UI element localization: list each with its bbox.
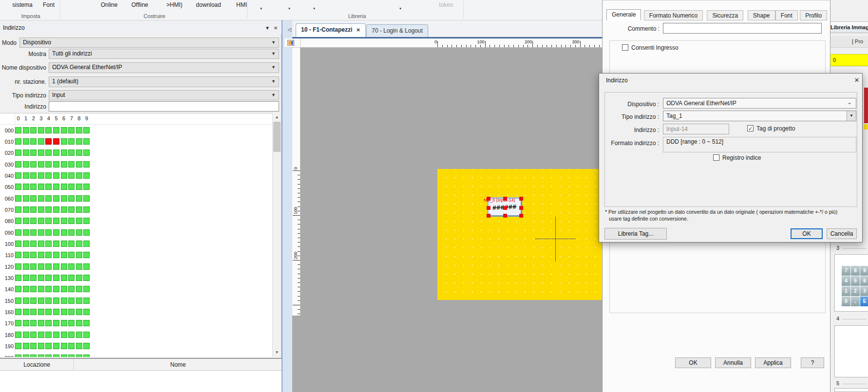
address-cell-free[interactable] (68, 149, 75, 156)
address-cell-free[interactable] (30, 206, 37, 213)
selection-handle[interactable] (487, 214, 491, 218)
indirizzo-input[interactable] (49, 101, 279, 112)
address-cell-free[interactable] (76, 138, 82, 145)
address-cell-free[interactable] (68, 309, 75, 315)
properties-tab-font[interactable]: Font (775, 10, 798, 20)
image-library-title[interactable]: Libreria Immagini (830, 21, 868, 33)
address-cell-free[interactable] (68, 343, 75, 349)
address-cell-free[interactable] (38, 355, 44, 357)
address-cell-free[interactable] (15, 320, 21, 326)
address-cell-free[interactable] (76, 332, 82, 338)
address-cell-free[interactable] (45, 286, 52, 292)
address-cell-free[interactable] (45, 332, 52, 338)
address-cell-free[interactable] (76, 275, 82, 281)
properties-tab-formato-numerico[interactable]: Formato Numerico (644, 10, 703, 20)
selection-handle[interactable] (519, 197, 523, 201)
address-cell-free[interactable] (61, 332, 67, 338)
address-cell-free[interactable] (30, 127, 37, 133)
address-cell-free[interactable] (83, 263, 90, 270)
toolbar-item-hmi-download[interactable]: >HMI) (163, 1, 186, 9)
toolbar-item-offline[interactable]: Offline (127, 1, 153, 9)
address-cell-free[interactable] (15, 309, 21, 315)
address-cell-free[interactable] (30, 343, 37, 349)
library-section-5[interactable]: 5 (836, 380, 839, 386)
address-cell-free[interactable] (30, 218, 37, 224)
address-cell-free[interactable] (15, 138, 21, 145)
numeric-display-widget[interactable]: ND_0 (Input-14) ###### (487, 197, 522, 217)
mostra-select[interactable]: Tutti gli indirizzi▼ (49, 49, 279, 59)
annulla-button[interactable]: Annulla (715, 357, 751, 368)
address-cell-free[interactable] (61, 172, 67, 179)
address-cell-free[interactable] (23, 286, 29, 292)
address-cell-free[interactable] (61, 298, 67, 304)
address-cell-free[interactable] (61, 138, 67, 145)
address-cell-free[interactable] (61, 127, 67, 133)
address-cell-free[interactable] (30, 263, 37, 270)
address-cell-free[interactable] (38, 195, 44, 202)
address-cell-free[interactable] (38, 298, 44, 304)
address-cell-free[interactable] (61, 309, 67, 315)
tab-close-icon[interactable]: ✕ (356, 27, 360, 33)
address-cell-free[interactable] (83, 195, 90, 202)
address-cell-free[interactable] (15, 275, 21, 281)
address-cell-free[interactable] (76, 355, 82, 357)
library-slot-4[interactable] (834, 325, 868, 377)
address-cell-free[interactable] (68, 127, 75, 133)
address-cell-free[interactable] (45, 229, 52, 236)
address-cell-free[interactable] (30, 195, 37, 202)
address-cell-free[interactable] (61, 218, 67, 224)
dispositivo-select[interactable]: ODVA General EtherNet/IP ⌄ (663, 98, 856, 109)
column-header-nome[interactable]: Nome (75, 359, 282, 371)
address-cell-free[interactable] (68, 355, 75, 357)
address-cell-free[interactable] (68, 229, 75, 236)
address-cell-free[interactable] (15, 355, 21, 357)
address-cell-free[interactable] (30, 286, 37, 292)
address-cell-free[interactable] (15, 286, 21, 292)
address-cell-free[interactable] (53, 184, 59, 190)
tab-f1-contapezzi[interactable]: 10 - F1-Contapezzi✕ (296, 23, 366, 37)
address-cell-free[interactable] (15, 241, 21, 247)
address-cell-free[interactable] (76, 309, 82, 315)
address-cell-free[interactable] (30, 298, 37, 304)
address-cell-free[interactable] (45, 172, 52, 179)
address-cell-free[interactable] (15, 332, 21, 338)
address-cell-free[interactable] (45, 218, 52, 224)
address-cell-free[interactable] (15, 263, 21, 270)
address-cell-free[interactable] (38, 149, 44, 156)
address-cell-free[interactable] (23, 343, 29, 349)
address-cell-free[interactable] (61, 355, 67, 357)
address-cell-free[interactable] (45, 252, 52, 258)
address-cell-free[interactable] (15, 206, 21, 213)
address-cell-free[interactable] (38, 275, 44, 281)
address-cell-free[interactable] (38, 286, 44, 292)
address-cell-free[interactable] (23, 149, 29, 156)
address-cell-free[interactable] (61, 206, 67, 213)
tag-progetto-checkbox[interactable]: ✓ (747, 125, 754, 131)
address-cell-free[interactable] (38, 229, 44, 236)
address-cell-free[interactable] (30, 252, 37, 258)
libreria-tag-button[interactable]: Libreria Tag... (604, 228, 667, 240)
address-cell-free[interactable] (53, 229, 59, 236)
address-cell-free[interactable] (83, 252, 90, 258)
address-cell-free[interactable] (68, 206, 75, 213)
address-cell-free[interactable] (30, 184, 37, 190)
address-cell-free[interactable] (30, 309, 37, 315)
address-cell-free[interactable] (30, 241, 37, 247)
address-cell-free[interactable] (23, 206, 29, 213)
address-cell-free[interactable] (68, 332, 75, 338)
address-cell-free[interactable] (53, 263, 59, 270)
dropdown-caret-icon[interactable]: ▾ (288, 6, 290, 11)
address-cell-free[interactable] (61, 184, 67, 190)
address-cell-free[interactable] (53, 172, 59, 179)
address-cell-free[interactable] (76, 252, 82, 258)
selection-handle[interactable] (487, 206, 491, 210)
address-cell-free[interactable] (45, 309, 52, 315)
address-cell-free[interactable] (45, 195, 52, 202)
selection-handle[interactable] (503, 197, 507, 201)
selection-handle[interactable] (519, 206, 523, 210)
selection-handle[interactable] (487, 197, 491, 201)
library-item-0[interactable]: 0 (830, 54, 868, 66)
address-cell-free[interactable] (61, 149, 67, 156)
address-cell-free[interactable] (61, 252, 67, 258)
address-cell-free[interactable] (45, 355, 52, 357)
